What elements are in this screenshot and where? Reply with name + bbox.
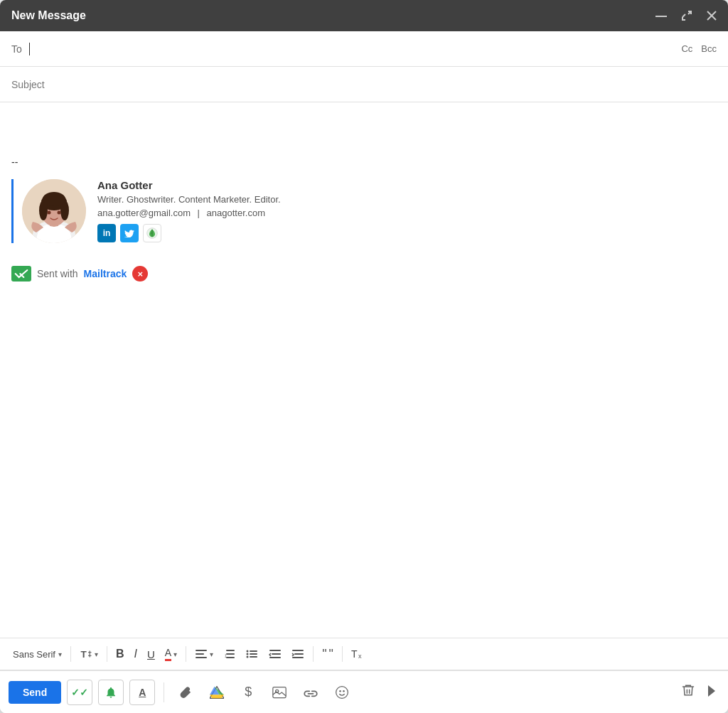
to-label: To bbox=[11, 43, 22, 55]
svg-point-25 bbox=[247, 650, 249, 653]
toolbar-divider-3 bbox=[186, 646, 186, 662]
mailtrack-check-button[interactable]: ✓✓ bbox=[67, 680, 92, 705]
svg-rect-34 bbox=[292, 650, 304, 651]
toolbar-divider-2 bbox=[107, 646, 107, 662]
text-color-button[interactable]: A ▾ bbox=[161, 644, 181, 664]
bcc-button[interactable]: Bcc bbox=[701, 43, 717, 54]
insert-link-button[interactable] bbox=[298, 680, 323, 705]
font-dropdown-arrow: ▾ bbox=[58, 650, 62, 658]
mailtrack-sent-text: Sent with bbox=[37, 268, 78, 279]
svg-rect-22 bbox=[226, 653, 235, 655]
window-title: New Message bbox=[11, 9, 86, 22]
email-signature: Ana Gotter Writer. Ghostwriter. Content … bbox=[11, 179, 717, 243]
leaf-icon[interactable] bbox=[143, 224, 161, 242]
underline-button[interactable]: U bbox=[143, 645, 159, 663]
svg-point-10 bbox=[43, 192, 65, 206]
indent-button[interactable] bbox=[287, 645, 309, 663]
signature-name: Ana Gotter bbox=[97, 179, 281, 191]
outdent-button[interactable] bbox=[264, 645, 286, 663]
twitter-icon[interactable] bbox=[120, 224, 139, 242]
toolbar-divider-5 bbox=[342, 646, 343, 662]
cc-bcc-buttons: Cc Bcc bbox=[681, 43, 717, 54]
signature-website[interactable]: anagotter.com bbox=[207, 208, 265, 218]
svg-rect-20 bbox=[196, 657, 207, 658]
signature-separator: | bbox=[198, 208, 203, 218]
to-field-row: To Cc Bcc bbox=[0, 31, 728, 67]
cc-button[interactable]: Cc bbox=[681, 43, 692, 54]
font-styling-button[interactable]: A bbox=[129, 680, 155, 705]
dollar-icon: $ bbox=[245, 685, 252, 699]
more-options-button[interactable] bbox=[704, 682, 719, 702]
signature-email: ana.gotter@gmail.com bbox=[97, 208, 191, 218]
svg-rect-21 bbox=[226, 650, 235, 651]
blockquote-button[interactable]: " " bbox=[318, 645, 338, 663]
svg-rect-39 bbox=[273, 687, 286, 697]
svg-point-11 bbox=[48, 211, 51, 215]
svg-rect-36 bbox=[292, 657, 304, 658]
italic-button[interactable]: I bbox=[130, 645, 141, 663]
svg-point-27 bbox=[247, 653, 249, 655]
svg-text:T: T bbox=[80, 649, 87, 660]
bullet-list-button[interactable] bbox=[242, 645, 263, 663]
align-button[interactable]: ▾ bbox=[191, 645, 218, 663]
svg-rect-32 bbox=[272, 653, 281, 655]
signature-tagline: Writer. Ghostwriter. Content Marketer. E… bbox=[97, 194, 281, 205]
close-button[interactable] bbox=[707, 11, 717, 21]
title-bar: New Message bbox=[0, 0, 728, 31]
discard-button[interactable] bbox=[678, 680, 698, 704]
clear-formatting-button[interactable]: Tx bbox=[347, 645, 369, 663]
svg-point-29 bbox=[247, 656, 249, 658]
google-drive-button[interactable] bbox=[204, 680, 230, 705]
toolbar-divider-1 bbox=[70, 646, 71, 662]
svg-point-43 bbox=[343, 690, 345, 692]
signature-contact: ana.gotter@gmail.com | anagotter.com bbox=[97, 208, 281, 218]
font-family-selector[interactable]: Sans Serif ▾ bbox=[9, 646, 66, 663]
svg-rect-30 bbox=[250, 656, 257, 658]
mailtrack-icon bbox=[11, 266, 31, 282]
svg-text:↕: ↕ bbox=[224, 653, 227, 659]
signature-social-icons: in bbox=[97, 224, 281, 242]
subject-input[interactable] bbox=[11, 79, 717, 90]
attach-file-button[interactable] bbox=[173, 680, 198, 705]
subject-field-row bbox=[0, 67, 728, 102]
window-controls bbox=[655, 10, 717, 21]
svg-rect-26 bbox=[250, 650, 257, 652]
svg-point-12 bbox=[58, 211, 61, 215]
compose-window: New Message To Cc Bcc bbox=[0, 0, 728, 713]
svg-rect-0 bbox=[655, 16, 667, 17]
svg-rect-19 bbox=[196, 653, 204, 655]
minimize-button[interactable] bbox=[655, 15, 667, 17]
signature-info: Ana Gotter Writer. Ghostwriter. Content … bbox=[97, 179, 281, 242]
insert-money-button[interactable]: $ bbox=[235, 680, 261, 705]
color-arrow: ▾ bbox=[173, 650, 177, 658]
to-input[interactable] bbox=[33, 43, 682, 55]
send-button[interactable]: Send bbox=[9, 681, 61, 704]
line-spacing-button[interactable]: ↕ bbox=[219, 645, 240, 663]
mailtrack-row: Sent with Mailtrack × bbox=[11, 266, 717, 282]
notification-button[interactable] bbox=[98, 680, 124, 705]
svg-point-41 bbox=[336, 686, 348, 698]
expand-button[interactable] bbox=[681, 10, 692, 21]
fontsize-arrow: ▾ bbox=[95, 650, 98, 658]
signature-avatar bbox=[22, 179, 86, 243]
align-arrow: ▾ bbox=[210, 650, 213, 658]
toolbar-divider-4 bbox=[313, 646, 314, 662]
mailtrack-close-button[interactable]: × bbox=[132, 266, 148, 282]
insert-emoji-button[interactable] bbox=[329, 680, 355, 705]
font-size-button[interactable]: T ▾ bbox=[75, 645, 102, 663]
svg-rect-31 bbox=[269, 650, 281, 651]
insert-photo-button[interactable] bbox=[267, 680, 292, 705]
linkedin-icon[interactable]: in bbox=[97, 224, 116, 242]
bold-button[interactable]: B bbox=[112, 645, 129, 663]
svg-rect-28 bbox=[250, 653, 257, 655]
compose-body[interactable]: -- bbox=[0, 102, 728, 638]
svg-rect-35 bbox=[294, 653, 304, 655]
mailtrack-brand[interactable]: Mailtrack bbox=[84, 268, 127, 279]
svg-marker-44 bbox=[708, 685, 715, 697]
svg-rect-23 bbox=[226, 657, 235, 658]
svg-point-42 bbox=[339, 690, 341, 692]
dash-separator: -- bbox=[11, 156, 717, 168]
double-check-icon: ✓✓ bbox=[71, 687, 88, 698]
formatting-toolbar: Sans Serif ▾ T ▾ B I U A ▾ bbox=[0, 638, 728, 670]
svg-rect-33 bbox=[269, 657, 281, 658]
